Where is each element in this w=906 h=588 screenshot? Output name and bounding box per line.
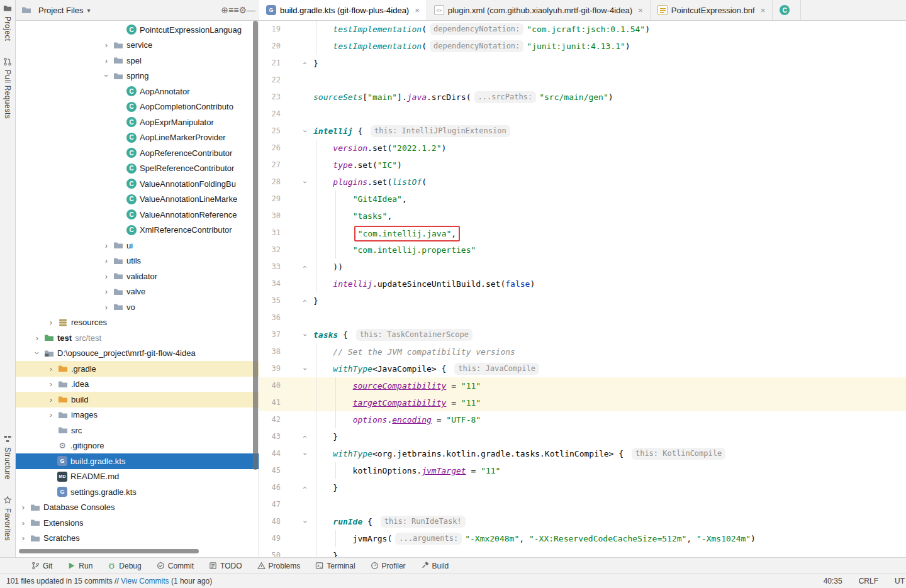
code-line-31[interactable]: 31 "com.intellij.java",: [259, 225, 906, 241]
toolbar-profiler[interactable]: Profiler: [363, 558, 413, 574]
code-line-47[interactable]: 47: [259, 496, 906, 513]
tree-item-d-opsouce-project-mrtf-git-flow-4idea[interactable]: ›D:\opsouce_project\mrtf-git-flow-4idea: [16, 346, 259, 362]
tree-item-gitignore[interactable]: ⚙.gitignore: [16, 438, 259, 454]
toolbar-todo[interactable]: TODO: [201, 558, 249, 574]
code-line-30[interactable]: 30 "tasks",: [259, 208, 906, 225]
tree-item-spelreferencecontributor[interactable]: CSpelReferenceContributor: [16, 161, 259, 177]
tree-item-settings-gradle-kts[interactable]: Gsettings.gradle.kts: [16, 484, 259, 500]
code-line-42[interactable]: 42 options.encoding = "UTF-8": [259, 411, 906, 428]
expand-arrow-icon[interactable]: ›: [45, 395, 57, 404]
editor-tab-pointcutexpression-bnf[interactable]: PointcutExpression.bnf×: [651, 0, 773, 20]
expand-arrow-icon[interactable]: ›: [17, 502, 30, 512]
view-commits-link[interactable]: View Commits: [121, 577, 169, 585]
tool-strip-item-structure[interactable]: Structure: [3, 435, 12, 479]
tree-item-xmlreferencecontributor[interactable]: CXmlReferenceContributor: [16, 223, 259, 238]
tree-item-extensions[interactable]: ›Extensions: [16, 515, 259, 531]
code-line-38[interactable]: 38 // Set the JVM compatibility versions: [259, 343, 906, 360]
code-line-19[interactable]: 19 testImplementation(dependencyNotation…: [259, 21, 906, 38]
code-line-49[interactable]: 49 jvmArgs(...arguments:"-Xmx2048m", "-X…: [259, 530, 906, 547]
tree-item-valve[interactable]: ›valve: [16, 284, 259, 300]
toolbar-git[interactable]: Git: [24, 558, 60, 574]
expand-arrow-icon[interactable]: ›: [100, 40, 113, 50]
project-view-selector[interactable]: Project Files ▾: [21, 5, 91, 16]
tree-item-images[interactable]: ›images: [16, 408, 259, 423]
toolbar-commit[interactable]: Commit: [149, 558, 201, 574]
expand-arrow-icon[interactable]: ›: [45, 379, 57, 389]
close-tab-icon[interactable]: ×: [761, 6, 766, 14]
tree-item-aopexprmanipulator[interactable]: CAopExprManipulator: [16, 114, 259, 130]
code-line-48[interactable]: 48› runIde { this: RunIdeTask!: [259, 513, 906, 530]
settings-icon[interactable]: ⚙: [238, 5, 247, 15]
code-line-20[interactable]: 20 testImplementation(dependencyNotation…: [259, 38, 906, 55]
code-line-36[interactable]: 36: [259, 309, 906, 326]
code-line-22[interactable]: 22: [259, 72, 906, 89]
tree-item-valueannotationlinemarke[interactable]: CValueAnnotationLineMarke: [16, 192, 259, 208]
code-line-21[interactable]: 21›}: [259, 55, 906, 72]
code-line-28[interactable]: 28› plugins.set(listOf(: [259, 174, 906, 191]
fold-end-icon[interactable]: ›: [296, 60, 313, 67]
code-line-46[interactable]: 46› }: [259, 479, 906, 496]
tree-item-scratches[interactable]: ›Scratches: [16, 531, 259, 546]
tree-item-spel[interactable]: ›spel: [16, 53, 259, 69]
code-line-33[interactable]: 33› )): [259, 258, 906, 275]
fold-collapse-icon[interactable]: ›: [296, 518, 313, 526]
fold-end-icon[interactable]: ›: [296, 484, 313, 492]
tree-item-valueannotationreference[interactable]: CValueAnnotationReference: [16, 207, 259, 223]
close-tab-icon[interactable]: ×: [638, 6, 643, 14]
code-line-24[interactable]: 24: [259, 106, 906, 123]
code-line-32[interactable]: 32 "com.intellij.properties": [259, 241, 906, 258]
tree-item-test[interactable]: ›testsrc/test: [16, 330, 259, 346]
expand-arrow-icon[interactable]: ›: [45, 318, 57, 327]
fold-end-icon[interactable]: ›: [296, 433, 313, 441]
toolbar-build[interactable]: Build: [413, 558, 457, 574]
tree-item-vo[interactable]: ›vo: [16, 299, 259, 315]
tree-horizontal-scrollbar[interactable]: [19, 549, 199, 553]
editor-tab-build-gradle-kts-git-flow-plus-4idea[interactable]: Gbuild.gradle.kts (git-flow-plus-4idea)×: [259, 0, 427, 20]
collapse-arrow-icon[interactable]: ›: [31, 348, 43, 358]
toolbar-problems[interactable]: Problems: [250, 558, 308, 574]
code-line-27[interactable]: 27 type.set("IC"): [259, 157, 906, 174]
tree-item-aopreferencecontributor[interactable]: CAopReferenceContributor: [16, 145, 259, 161]
tree-item-database-consoles[interactable]: ›Database Consoles: [16, 500, 259, 516]
hide-icon[interactable]: —: [247, 5, 255, 15]
code-line-25[interactable]: 25›intellij { this: IntelliJPluginExtens…: [259, 123, 906, 140]
tree-item-service[interactable]: ›service: [16, 38, 259, 53]
code-line-44[interactable]: 44› withType<org.jetbrains.kotlin.gradle…: [259, 445, 906, 462]
code-line-43[interactable]: 43› }: [259, 428, 906, 445]
code-line-41[interactable]: 41 targetCompatibility = "11": [259, 394, 906, 411]
expand-arrow-icon[interactable]: ›: [45, 364, 57, 374]
expand-arrow-icon[interactable]: ›: [100, 256, 113, 265]
tree-item-pointcutexpressionlanguag[interactable]: CPointcutExpressionLanguag: [16, 22, 259, 38]
tree-item-readme-md[interactable]: MDREADME.md: [16, 469, 259, 485]
tree-item-build-gradle-kts[interactable]: Gbuild.gradle.kts: [16, 453, 259, 469]
toolbar-terminal[interactable]: Terminal: [308, 558, 362, 574]
expand-arrow-icon[interactable]: ›: [45, 410, 57, 419]
code-line-50[interactable]: 50 }: [259, 547, 906, 557]
code-line-26[interactable]: 26 version.set("2022.1.2"): [259, 140, 906, 157]
tree-item-ui[interactable]: ›ui: [16, 238, 259, 253]
tool-strip-item-pull-requests[interactable]: Pull Requests: [3, 57, 12, 119]
expand-arrow-icon[interactable]: ›: [100, 272, 113, 281]
tool-strip-item-project[interactable]: Project: [3, 4, 12, 41]
code-line-34[interactable]: 34 intellij.updateSinceUntilBuild.set(fa…: [259, 275, 906, 292]
fold-collapse-icon[interactable]: ›: [296, 450, 313, 458]
fold-collapse-icon[interactable]: ›: [296, 128, 313, 135]
expand-arrow-icon[interactable]: ›: [100, 56, 113, 65]
toolbar-run[interactable]: Run: [60, 558, 100, 574]
status-40-35[interactable]: 40:35: [824, 577, 842, 585]
tree-item-spring[interactable]: ›spring: [16, 69, 259, 84]
fold-collapse-icon[interactable]: ›: [296, 365, 313, 373]
tree-item-resources[interactable]: ›resources: [16, 315, 259, 331]
code-line-37[interactable]: 37›tasks { this: TaskContainerScope: [259, 326, 906, 343]
code-line-29[interactable]: 29 "Git4Idea",: [259, 191, 906, 208]
tree-vertical-scrollbar[interactable]: [253, 21, 258, 470]
status-ut[interactable]: UT: [895, 577, 905, 585]
close-tab-icon[interactable]: ×: [415, 6, 420, 14]
code-line-23[interactable]: 23sourceSets["main"].java.srcDirs(...src…: [259, 89, 906, 106]
tree-item-utils[interactable]: ›utils: [16, 253, 259, 269]
code-line-45[interactable]: 45 kotlinOptions.jvmTarget = "11": [259, 462, 906, 479]
expand-arrow-icon[interactable]: ›: [100, 287, 113, 296]
expand-arrow-icon[interactable]: ›: [100, 241, 113, 250]
fold-end-icon[interactable]: ›: [296, 263, 313, 271]
editor-tab-plugin-xml-com-github-xiaolyuh-mrtf-git-flow-4idea[interactable]: <>plugin.xml (com.github.xiaolyuh.mrtf-g…: [427, 0, 651, 20]
